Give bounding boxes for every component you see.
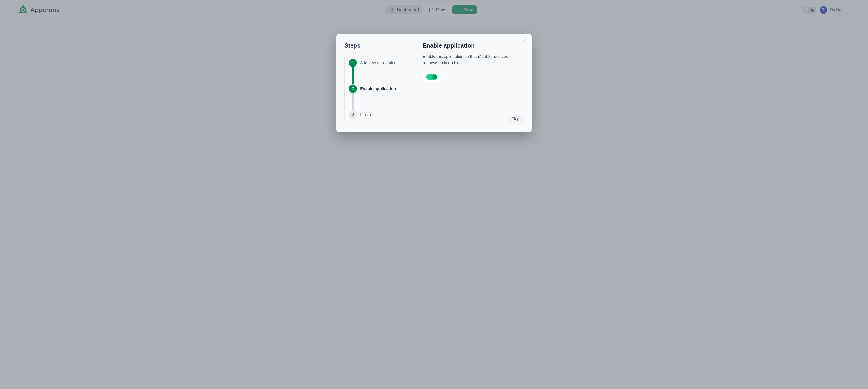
toggle-track (426, 74, 437, 80)
step-2-bullet: 2 (349, 85, 357, 93)
steps-list: 1 Add new application 2 Enable applicati… (344, 54, 412, 123)
close-icon (523, 38, 527, 43)
toggle-knob (432, 75, 437, 79)
step-connector-2 (352, 93, 353, 110)
step-1-bullet: 1 (349, 59, 357, 67)
modal-footer: Skip (423, 90, 524, 123)
step-connector-1 (352, 67, 353, 85)
step-3: 3 Finish (349, 110, 408, 118)
step-3-bullet: 3 (349, 110, 357, 118)
enable-application-toggle[interactable] (423, 72, 441, 82)
step-2: 2 Enable application (349, 85, 408, 93)
skip-button[interactable]: Skip (507, 115, 524, 123)
step-1-label: Add new application (360, 61, 397, 65)
step-2-label: Enable application (360, 86, 396, 91)
step-3-label: Finish (360, 112, 371, 117)
close-button[interactable] (522, 37, 528, 44)
steps-heading: Steps (344, 42, 412, 49)
step-1: 1 Add new application (349, 59, 408, 67)
onboarding-modal: Steps 1 Add new application 2 Enable app… (336, 34, 532, 132)
modal-description: Enable this application so that it's abl… (423, 54, 518, 66)
modal-overlay[interactable]: Steps 1 Add new application 2 Enable app… (0, 0, 868, 389)
steps-column: Steps 1 Add new application 2 Enable app… (344, 42, 412, 123)
modal-content: Enable application Enable this applicati… (423, 42, 524, 123)
modal-title: Enable application (423, 42, 524, 49)
